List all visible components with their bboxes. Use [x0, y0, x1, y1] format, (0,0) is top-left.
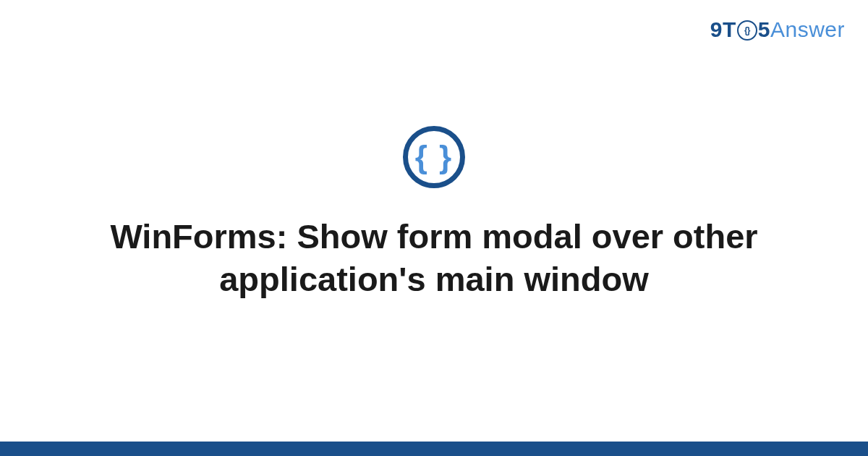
main-content: { } WinForms: Show form modal over other…: [0, 0, 868, 456]
page-title: WinForms: Show form modal over other app…: [80, 216, 788, 301]
footer-accent-bar: [0, 442, 868, 456]
code-braces-icon: { }: [415, 139, 453, 175]
topic-icon-circle: { }: [403, 126, 465, 188]
